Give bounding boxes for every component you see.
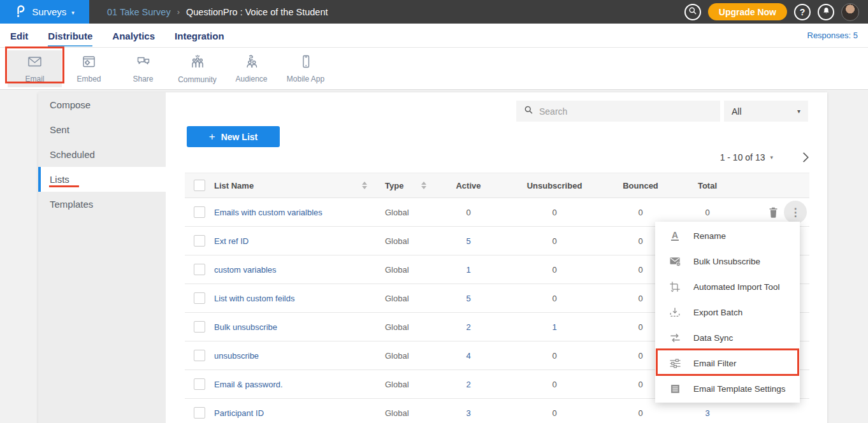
- top-bar: Surveys ▾ 01 Take Survey › QuestionPro :…: [0, 0, 868, 24]
- bulk-unsubscribe-icon: [669, 256, 681, 267]
- menu-item-email-filter[interactable]: Email Filter: [655, 350, 800, 376]
- audience-icon: [243, 54, 260, 72]
- responses-count[interactable]: Responses: 5: [807, 31, 858, 40]
- count-value[interactable]: 2: [466, 380, 470, 389]
- list-name-link[interactable]: Emails with custom varialbles: [214, 208, 322, 217]
- channel-email[interactable]: Email: [8, 50, 62, 87]
- count-value: 0: [552, 380, 556, 389]
- questionpro-logo-icon: [15, 3, 27, 21]
- menu-item-automated-import-tool[interactable]: Automated Import Tool: [655, 274, 800, 299]
- product-name: Surveys: [32, 6, 66, 17]
- delete-list-button[interactable]: [768, 206, 779, 219]
- embed-icon: [81, 54, 97, 72]
- plus-icon: +: [209, 131, 215, 143]
- sidebar-item-label: Scheduled: [50, 149, 95, 160]
- sidebar-item-templates[interactable]: Templates: [38, 192, 166, 217]
- row-checkbox[interactable]: [194, 235, 205, 247]
- question-mark-icon: ?: [800, 7, 806, 17]
- pagination-dropdown-caret[interactable]: ▾: [770, 154, 773, 161]
- data-sync-icon: [669, 333, 681, 343]
- sort-icon[interactable]: [421, 182, 426, 189]
- community-icon: [189, 54, 206, 73]
- count-value[interactable]: 5: [466, 236, 470, 246]
- menu-item-rename[interactable]: ARename: [655, 223, 800, 248]
- channel-label: Email: [25, 75, 44, 83]
- row-checkbox[interactable]: [194, 350, 205, 361]
- channel-audience[interactable]: Audience: [224, 50, 278, 87]
- sidebar-item-scheduled[interactable]: Scheduled: [38, 142, 166, 167]
- row-checkbox[interactable]: [194, 292, 205, 304]
- list-name-link[interactable]: List with custom feilds: [214, 294, 294, 303]
- row-checkbox[interactable]: [194, 264, 205, 275]
- help-button[interactable]: ?: [794, 4, 811, 20]
- sidebar-item-compose[interactable]: Compose: [38, 92, 166, 117]
- list-name-link[interactable]: unsubscribe: [214, 351, 259, 361]
- breadcrumb-survey-link[interactable]: 01 Take Survey: [107, 7, 171, 17]
- menu-item-export-batch[interactable]: Export Batch: [655, 299, 800, 325]
- list-name-link[interactable]: Participant ID: [214, 408, 264, 418]
- count-value[interactable]: 1: [466, 265, 470, 275]
- user-avatar[interactable]: [841, 3, 859, 21]
- breadcrumb-separator: ›: [177, 7, 180, 17]
- channel-label: Embed: [76, 75, 101, 83]
- upgrade-now-button[interactable]: Upgrade Now: [708, 3, 787, 20]
- count-value: 0: [552, 408, 556, 418]
- count-value[interactable]: 4: [466, 351, 470, 361]
- menu-item-data-sync[interactable]: Data Sync: [655, 325, 800, 350]
- channel-community[interactable]: Community: [170, 50, 224, 87]
- table-header-row: List NameTypeActiveUnsubscribedBouncedTo…: [185, 173, 809, 198]
- row-checkbox[interactable]: [194, 407, 205, 419]
- column-active: Active: [433, 181, 503, 190]
- list-type: Global: [372, 380, 409, 389]
- list-name-link[interactable]: Email & password.: [214, 380, 283, 389]
- list-type: Global: [372, 408, 409, 418]
- count-value[interactable]: 3: [705, 408, 709, 418]
- count-value[interactable]: 3: [466, 408, 470, 418]
- row-checkbox[interactable]: [194, 321, 205, 333]
- list-search-input[interactable]: Search: [516, 101, 720, 122]
- sort-icon[interactable]: [362, 182, 367, 189]
- menu-item-label: Export Batch: [693, 308, 742, 317]
- channel-embed[interactable]: Embed: [62, 50, 116, 87]
- menu-item-bulk-unsubscribe[interactable]: Bulk Unsubscribe: [655, 248, 800, 274]
- list-name-link[interactable]: custom variables: [214, 265, 277, 275]
- list-name-link[interactable]: Bulk unsubscribe: [214, 322, 277, 332]
- tab-edit[interactable]: Edit: [10, 25, 28, 47]
- count-value: 0: [466, 208, 470, 217]
- count-value: 0: [552, 294, 556, 303]
- topbar-actions: Upgrade Now ?: [684, 3, 868, 21]
- list-type: Global: [372, 208, 409, 217]
- sidebar-item-lists[interactable]: Lists: [38, 167, 166, 192]
- search-button[interactable]: [684, 4, 701, 20]
- chevron-down-icon: ▾: [797, 108, 800, 115]
- count-value: 0: [705, 208, 709, 217]
- count-value[interactable]: 5: [466, 294, 470, 303]
- email-template-icon: [669, 384, 681, 394]
- row-more-actions-button[interactable]: ⋮: [784, 201, 807, 224]
- count-value: 0: [638, 380, 642, 389]
- next-page-button[interactable]: [802, 152, 809, 163]
- tab-distribute[interactable]: Distribute: [48, 25, 92, 47]
- sidebar-item-label: Compose: [50, 99, 90, 110]
- list-type: Global: [372, 322, 409, 332]
- menu-item-email-template-settings[interactable]: Email Template Settings: [655, 376, 800, 401]
- search-placeholder: Search: [539, 106, 567, 117]
- page-title: QuestionPro : Voice of the Student: [186, 7, 328, 17]
- breadcrumb: 01 Take Survey › QuestionPro : Voice of …: [107, 7, 328, 17]
- tab-analytics[interactable]: Analytics: [112, 25, 155, 47]
- count-value[interactable]: 2: [466, 322, 470, 332]
- distribute-toolbar: EmailEmbedShareCommunityAudienceMobile A…: [0, 48, 868, 90]
- select-all-checkbox[interactable]: [194, 180, 205, 191]
- list-filter-dropdown[interactable]: All ▾: [724, 101, 808, 122]
- count-value[interactable]: 1: [552, 322, 556, 332]
- tab-integration[interactable]: Integration: [175, 25, 224, 47]
- row-checkbox[interactable]: [194, 378, 205, 390]
- surveys-menu-button[interactable]: Surveys ▾: [0, 0, 89, 24]
- new-list-button[interactable]: + New List: [187, 126, 280, 147]
- list-name-link[interactable]: Ext ref ID: [214, 236, 249, 246]
- row-checkbox[interactable]: [194, 206, 205, 218]
- sidebar-item-sent[interactable]: Sent: [38, 117, 166, 142]
- channel-mobile-app[interactable]: Mobile App: [278, 50, 333, 87]
- notifications-button[interactable]: [818, 4, 834, 20]
- channel-share[interactable]: Share: [116, 50, 170, 87]
